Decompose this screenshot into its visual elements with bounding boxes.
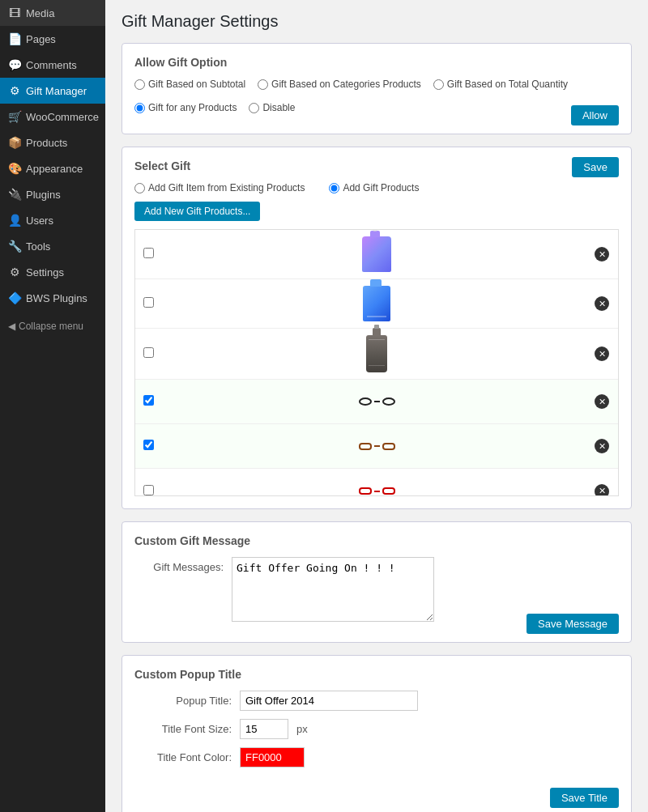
product-checkbox-5[interactable] bbox=[143, 440, 154, 450]
select-gift-save-button[interactable]: Save bbox=[572, 157, 619, 177]
font-color-input[interactable] bbox=[240, 747, 305, 767]
radio-existing-products[interactable]: Add Gift Item from Existing Products bbox=[134, 182, 305, 193]
gift-checkbox-3[interactable] bbox=[143, 347, 160, 360]
radio-categories-input[interactable] bbox=[258, 79, 268, 90]
popup-title-input[interactable] bbox=[240, 691, 418, 711]
allow-gift-radio-group: Gift Based on Subtotal Gift Based on Cat… bbox=[134, 79, 619, 113]
remove-icon-6[interactable]: ✕ bbox=[595, 484, 609, 497]
remove-icon-4[interactable]: ✕ bbox=[595, 394, 609, 409]
products-icon: 📦 bbox=[8, 136, 21, 149]
gift-remove-4[interactable]: ✕ bbox=[594, 394, 610, 409]
sidebar: 🎞 Media 📄 Pages 💬 Comments ⚙ Gift Manage… bbox=[0, 0, 105, 812]
gift-remove-5[interactable]: ✕ bbox=[594, 439, 610, 453]
radio-any[interactable]: Gift for any Products bbox=[134, 102, 237, 113]
allow-gift-section: Allow Gift Option Gift Based on Subtotal… bbox=[122, 43, 632, 134]
collapse-label: Collapse menu bbox=[19, 321, 83, 332]
sidebar-item-appearance[interactable]: 🎨 Appearance bbox=[0, 155, 105, 181]
settings-icon: ⚙ bbox=[8, 266, 21, 278]
gift-remove-6[interactable]: ✕ bbox=[594, 484, 610, 497]
font-color-row: Title Font Color: bbox=[134, 747, 619, 767]
sidebar-item-pages[interactable]: 📄 Pages bbox=[0, 26, 105, 52]
appearance-icon: 🎨 bbox=[8, 162, 21, 175]
product-checkbox-1[interactable] bbox=[143, 248, 154, 258]
product-glasses-red-icon bbox=[359, 487, 395, 495]
gift-product-image-2 bbox=[168, 286, 586, 321]
sidebar-item-media[interactable]: 🎞 Media bbox=[0, 0, 105, 26]
woocommerce-icon: 🛒 bbox=[8, 110, 21, 123]
save-message-button[interactable]: Save Message bbox=[526, 614, 619, 634]
gift-product-image-6 bbox=[168, 487, 586, 495]
radio-add-input[interactable] bbox=[329, 183, 339, 193]
remove-icon-5[interactable]: ✕ bbox=[595, 439, 609, 453]
allow-gift-title: Allow Gift Option bbox=[134, 56, 619, 69]
radio-subtotal[interactable]: Gift Based on Subtotal bbox=[134, 79, 245, 90]
collapse-arrow-icon: ◀ bbox=[8, 321, 15, 332]
radio-subtotal-input[interactable] bbox=[134, 79, 145, 90]
select-gift-title: Select Gift bbox=[134, 159, 619, 172]
radio-disable-label: Disable bbox=[262, 102, 295, 113]
sidebar-item-label: Gift Manager bbox=[26, 85, 87, 97]
radio-any-input[interactable] bbox=[134, 103, 145, 113]
gift-remove-1[interactable]: ✕ bbox=[594, 247, 610, 261]
gift-remove-2[interactable]: ✕ bbox=[594, 296, 610, 311]
radio-quantity-label: Gift Based on Total Quantity bbox=[447, 79, 568, 90]
product-checkbox-6[interactable] bbox=[143, 485, 154, 495]
radio-categories[interactable]: Gift Based on Categories Products bbox=[258, 79, 421, 90]
custom-popup-title: Custom Popup Title bbox=[134, 668, 619, 681]
sidebar-item-tools[interactable]: 🔧 Tools bbox=[0, 233, 105, 259]
custom-message-title: Custom Gift Message bbox=[134, 534, 619, 547]
remove-icon-1[interactable]: ✕ bbox=[595, 247, 609, 261]
comments-icon: 💬 bbox=[8, 58, 21, 71]
sidebar-item-label: Products bbox=[26, 137, 67, 149]
radio-quantity-input[interactable] bbox=[433, 79, 444, 90]
remove-icon-2[interactable]: ✕ bbox=[595, 296, 609, 311]
product-checkbox-2[interactable] bbox=[143, 297, 154, 308]
allow-button[interactable]: Allow bbox=[571, 105, 619, 125]
product-glasses-black-icon bbox=[359, 397, 395, 406]
product-bottle1-icon bbox=[362, 236, 391, 272]
sidebar-item-users[interactable]: 👤 Users bbox=[0, 207, 105, 233]
gift-checkbox-2[interactable] bbox=[143, 297, 160, 310]
pages-icon: 📄 bbox=[8, 32, 21, 45]
radio-disable-input[interactable] bbox=[249, 103, 259, 113]
product-checkbox-4[interactable] bbox=[143, 395, 154, 406]
popup-title-label: Popup Title: bbox=[134, 695, 232, 707]
sidebar-item-woocommerce[interactable]: 🛒 WooCommerce bbox=[0, 104, 105, 130]
gift-message-textarea[interactable]: Gift Offer Going On ! ! ! bbox=[232, 557, 434, 622]
sidebar-item-settings[interactable]: ⚙ Settings bbox=[0, 259, 105, 285]
select-gift-section: Select Gift Save Add Gift Item from Exis… bbox=[122, 147, 632, 509]
sidebar-item-products[interactable]: 📦 Products bbox=[0, 130, 105, 155]
gift-checkbox-6[interactable] bbox=[143, 485, 160, 497]
collapse-menu[interactable]: ◀ Collapse menu bbox=[0, 314, 105, 338]
gift-product-image-5 bbox=[168, 443, 586, 450]
gift-product-row: ✕ bbox=[135, 279, 618, 329]
font-size-row: Title Font Size: px bbox=[134, 719, 619, 739]
radio-add-products[interactable]: Add Gift Products bbox=[329, 182, 419, 193]
gift-product-row: ✕ bbox=[135, 469, 618, 496]
gift-checkbox-5[interactable] bbox=[143, 440, 160, 453]
media-icon: 🎞 bbox=[8, 6, 21, 19]
gift-product-row: ✕ bbox=[135, 380, 618, 424]
radio-existing-label: Add Gift Item from Existing Products bbox=[148, 182, 305, 193]
sidebar-item-label: BWS Plugins bbox=[26, 292, 87, 304]
gift-remove-3[interactable]: ✕ bbox=[594, 346, 610, 361]
gift-checkbox-1[interactable] bbox=[143, 248, 160, 261]
sidebar-item-comments[interactable]: 💬 Comments bbox=[0, 52, 105, 78]
sidebar-item-label: Tools bbox=[26, 240, 50, 253]
radio-quantity[interactable]: Gift Based on Total Quantity bbox=[433, 79, 568, 90]
gift-product-row: ✕ bbox=[135, 230, 618, 279]
sidebar-item-bws-plugins[interactable]: 🔷 BWS Plugins bbox=[0, 285, 105, 311]
font-size-input[interactable] bbox=[240, 719, 288, 739]
gift-checkbox-4[interactable] bbox=[143, 395, 160, 408]
radio-disable[interactable]: Disable bbox=[249, 102, 295, 113]
save-title-button[interactable]: Save Title bbox=[550, 788, 619, 808]
sidebar-item-gift-manager[interactable]: ⚙ Gift Manager bbox=[0, 78, 105, 104]
gift-product-image-3 bbox=[168, 335, 586, 372]
radio-existing-input[interactable] bbox=[134, 183, 145, 193]
product-checkbox-3[interactable] bbox=[143, 347, 154, 358]
gift-products-table: ✕ ✕ bbox=[134, 229, 619, 496]
remove-icon-3[interactable]: ✕ bbox=[595, 346, 609, 361]
main-content: Gift Manager Settings Allow Gift Option … bbox=[105, 0, 648, 812]
add-new-gift-products-button[interactable]: Add New Gift Products... bbox=[134, 202, 260, 221]
sidebar-item-plugins[interactable]: 🔌 Plugins bbox=[0, 181, 105, 207]
